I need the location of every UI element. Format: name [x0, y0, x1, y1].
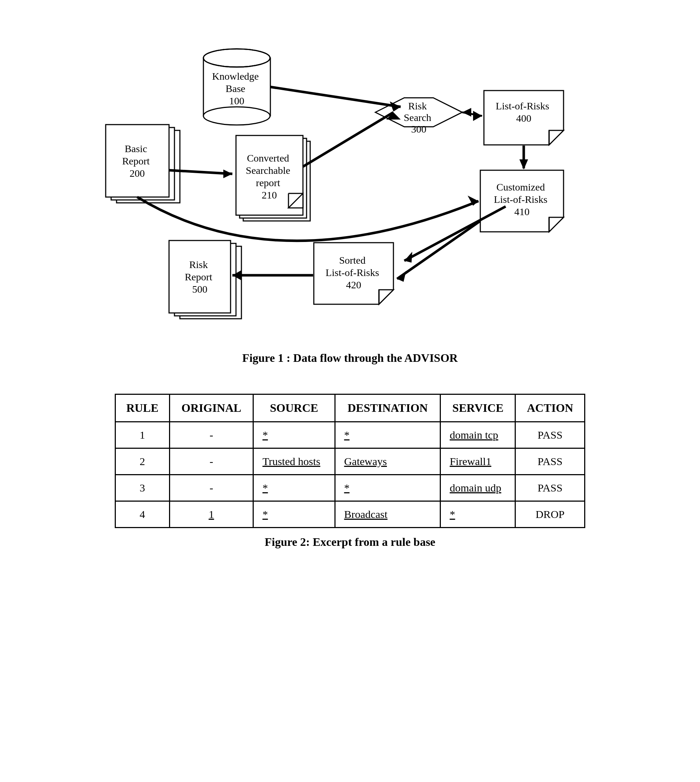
svg-line-47: [397, 221, 480, 279]
cell-source: *: [253, 422, 335, 448]
risk-report-node: Risk Report 500: [169, 241, 242, 319]
cell-service: *: [440, 501, 515, 528]
cell-rule: 4: [115, 501, 170, 528]
svg-text:Risk
        Search
        30: Risk Search 300: [403, 100, 433, 135]
figure1-caption: Figure 1 : Data flow through the ADVISOR: [242, 351, 457, 365]
col-header-rule: RULE: [115, 394, 170, 422]
cell-original: -: [169, 475, 253, 501]
col-header-destination: DESTINATION: [335, 394, 440, 422]
svg-point-3: [204, 50, 269, 66]
cell-service: domain udp: [440, 475, 515, 501]
svg-marker-45: [519, 159, 528, 169]
data-flow-diagram: Knowledge Base 100 Basic Report 200: [97, 29, 603, 341]
svg-marker-28: [379, 290, 393, 304]
cell-destination: Gateways: [335, 448, 440, 475]
cell-action: PASS: [515, 475, 585, 501]
svg-marker-24: [549, 217, 563, 232]
basic-report-node: Basic Report 200: [106, 125, 180, 203]
cell-original: 1: [169, 501, 253, 528]
svg-marker-52: [404, 252, 412, 262]
cell-rule: 2: [115, 448, 170, 475]
sorted-list-node: Sorted List-of-Risks 420: [314, 243, 393, 304]
svg-point-1: [203, 107, 270, 125]
cell-rule: 1: [115, 422, 170, 448]
list-of-risks-node: List-of-Risks 400: [484, 90, 563, 145]
table-row: 41*Broadcast*DROP: [115, 501, 585, 528]
rule-table: RULE ORIGINAL SOURCE DESTINATION SERVICE…: [115, 394, 585, 528]
table-header-row: RULE ORIGINAL SOURCE DESTINATION SERVICE…: [115, 394, 585, 422]
figure2-caption: Figure 2: Excerpt from a rule base: [265, 535, 435, 549]
cell-rule: 3: [115, 475, 170, 501]
cell-original: -: [169, 422, 253, 448]
svg-marker-20: [549, 130, 563, 145]
table-row: 3-**domain udpPASS: [115, 475, 585, 501]
cell-action: PASS: [515, 422, 585, 448]
knowledge-base-node: Knowledge Base 100: [203, 49, 270, 125]
col-header-action: ACTION: [515, 394, 585, 422]
figure2: RULE ORIGINAL SOURCE DESTINATION SERVICE…: [22, 394, 678, 549]
figure1: Knowledge Base 100 Basic Report 200: [22, 29, 678, 365]
cell-action: DROP: [515, 501, 585, 528]
table-row: 1-**domain tcpPASS: [115, 422, 585, 448]
col-header-original: ORIGINAL: [169, 394, 253, 422]
col-header-source: SOURCE: [253, 394, 335, 422]
converted-report-node: Converted Searchable report 210: [236, 135, 310, 221]
svg-marker-38: [223, 169, 232, 178]
cell-destination: Broadcast: [335, 501, 440, 528]
svg-line-39: [303, 112, 393, 167]
cell-destination: *: [335, 475, 440, 501]
table-row: 2-Trusted hostsGatewaysFirewall1PASS: [115, 448, 585, 475]
cell-original: -: [169, 448, 253, 475]
svg-line-35: [270, 87, 401, 107]
cell-destination: *: [335, 422, 440, 448]
cell-service: domain tcp: [440, 422, 515, 448]
svg-marker-42: [473, 111, 482, 121]
col-header-service: SERVICE: [440, 394, 515, 422]
svg-line-51: [404, 206, 506, 261]
svg-marker-48: [397, 271, 406, 282]
customized-list-node: Customized List-of-Risks 410: [480, 170, 563, 232]
cell-source: Trusted hosts: [253, 448, 335, 475]
svg-marker-43: [462, 108, 471, 117]
cell-service: Firewall1: [440, 448, 515, 475]
cell-source: *: [253, 475, 335, 501]
cell-action: PASS: [515, 448, 585, 475]
cell-source: *: [253, 501, 335, 528]
